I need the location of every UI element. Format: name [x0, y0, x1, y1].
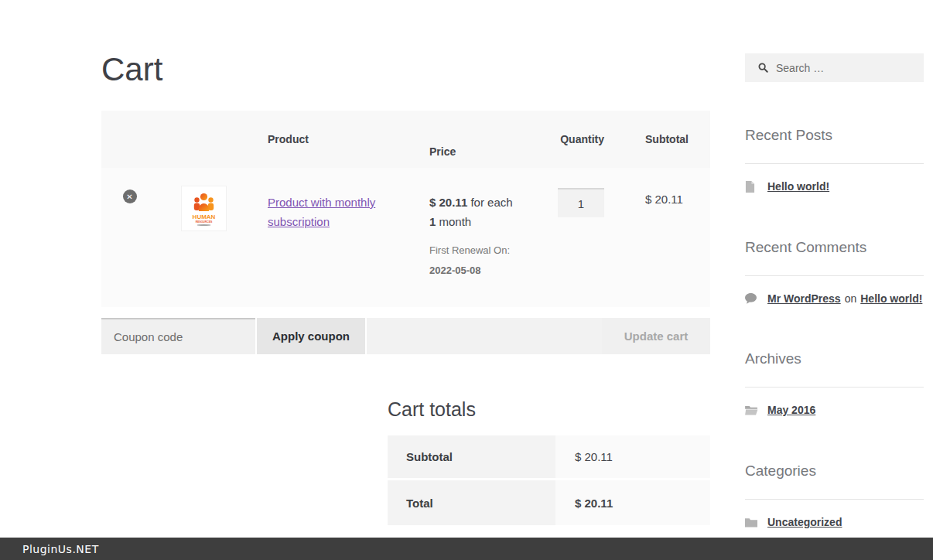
cell-quantity: [534, 168, 604, 217]
cart-table-header: Product Price Quantity Subtotal: [101, 111, 710, 168]
widget-recent-comments: Recent Comments Mr WordPress on Hello wo…: [745, 238, 924, 305]
cart-totals: Cart totals Subtotal $ 20.11 Total $ 20.…: [388, 398, 710, 525]
cell-subtotal: $ 20.11: [604, 168, 710, 206]
search-input[interactable]: [776, 62, 924, 74]
divider: [745, 275, 924, 276]
subtotal-label: Subtotal: [388, 435, 555, 478]
divider: [745, 387, 924, 388]
widget-categories: Categories Uncategorized: [745, 462, 924, 528]
price-line-2: 1 month: [429, 212, 534, 231]
cart-table: Product Price Quantity Subtotal ✕: [101, 111, 710, 354]
widget-recent-posts: Recent Posts Hello world!: [745, 126, 924, 193]
recent-comments-title: Recent Comments: [745, 238, 924, 256]
renewal-info: First Renewal On: 2022-05-08: [429, 241, 534, 281]
total-value: $ 20.11: [555, 480, 710, 525]
price-interval: 1: [429, 215, 436, 228]
renewal-label: First Renewal On:: [429, 241, 534, 261]
product-thumbnail[interactable]: HUMAN RESOURCES: [182, 186, 226, 230]
cart-totals-title: Cart totals: [388, 398, 710, 421]
list-item: Mr WordPress on Hello world!: [745, 292, 924, 305]
actions-spacer: [367, 318, 602, 354]
folder-open-icon: [745, 404, 758, 416]
total-row: Total $ 20.11: [388, 480, 710, 525]
update-cart-button[interactable]: Update cart: [602, 318, 710, 354]
search-box: [745, 53, 924, 82]
list-item: Hello world!: [745, 180, 924, 193]
product-link[interactable]: Product with monthly subscription: [268, 193, 405, 231]
apply-coupon-button[interactable]: Apply coupon: [257, 318, 365, 354]
cart-item-row: ✕: [101, 168, 710, 307]
widget-archives: Archives May 2016: [745, 350, 924, 416]
recent-post-link[interactable]: Hello world!: [767, 180, 829, 193]
total-label: Total: [388, 480, 555, 525]
comment-post-link[interactable]: Hello world!: [860, 292, 922, 305]
renewal-date: 2022-05-08: [429, 261, 534, 281]
categories-title: Categories: [745, 462, 924, 480]
archive-link[interactable]: May 2016: [767, 404, 815, 416]
cell-remove: ✕: [101, 168, 158, 203]
document-icon: [745, 180, 758, 193]
list-item: May 2016: [745, 404, 924, 416]
thumb-subtitle-text: RESOURCES: [196, 220, 213, 224]
comment-connector: on: [845, 292, 857, 305]
price-amount: $ 20.11: [429, 196, 467, 209]
remove-item-button[interactable]: ✕: [123, 190, 137, 203]
price-suffix: for each: [470, 196, 512, 209]
cart-page: Cart Product Price Quantity Subtotal ✕: [0, 0, 933, 560]
recent-posts-title: Recent Posts: [745, 126, 924, 144]
cart-actions-row: Apply coupon Update cart: [101, 318, 710, 354]
price-line-1: $ 20.11 for each: [429, 193, 534, 212]
thumb-title-text: HUMAN: [193, 213, 216, 220]
folder-icon: [745, 516, 758, 528]
col-header-quantity: Quantity: [534, 133, 604, 145]
list-item: Uncategorized: [745, 516, 924, 528]
footer-bar: PluginUs.NET: [0, 538, 933, 560]
subtotal-row: Subtotal $ 20.11: [388, 435, 710, 480]
category-link[interactable]: Uncategorized: [767, 516, 842, 528]
comment-icon: [745, 292, 758, 305]
col-header-product: Product: [244, 133, 405, 145]
price-period: month: [439, 215, 472, 228]
comment-author-link[interactable]: Mr WordPress: [767, 292, 841, 305]
cell-thumbnail: HUMAN RESOURCES: [158, 168, 244, 230]
close-icon: ✕: [126, 193, 132, 201]
footer-brand: PluginUs.NET: [22, 543, 99, 555]
cart-totals-table: Subtotal $ 20.11 Total $ 20.11: [388, 435, 710, 525]
sidebar: Recent Posts Hello world! Recent Comment…: [745, 53, 924, 537]
quantity-input[interactable]: [558, 188, 604, 217]
divider: [745, 163, 924, 164]
subtotal-value: $ 20.11: [555, 435, 710, 478]
human-resources-logo-icon: HUMAN RESOURCES: [182, 186, 226, 230]
coupon-code-input[interactable]: [101, 318, 255, 354]
divider: [745, 499, 924, 500]
col-header-price: Price: [405, 121, 534, 158]
cell-price: $ 20.11 for each 1 month First Renewal O…: [405, 168, 534, 281]
archives-title: Archives: [745, 350, 924, 367]
search-icon: [758, 62, 768, 73]
page-title: Cart: [101, 51, 162, 88]
cell-product: Product with monthly subscription: [244, 168, 405, 231]
col-header-subtotal: Subtotal: [604, 133, 710, 145]
